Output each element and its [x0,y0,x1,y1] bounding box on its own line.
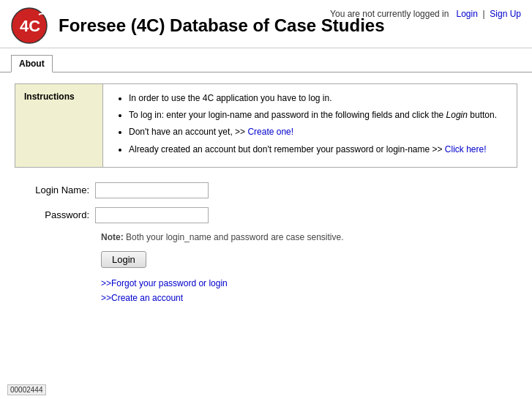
login-link[interactable]: Login [456,9,477,19]
login-name-row: Login Name: [29,182,517,198]
instruction-item-3: Don't have an account yet, >> Create one… [129,125,497,139]
nav-tabs: About [0,48,532,72]
password-row: Password: [29,207,517,223]
instruction-item-2: To log in: enter your login-name and pas… [129,108,497,122]
note-bold: Note: [101,232,124,242]
login-form: Login Name: Password: Note: Both your lo… [15,182,517,303]
svg-text:4C: 4C [20,17,40,35]
instructions-label: Instructions [15,84,103,167]
login-button[interactable]: Login [101,251,146,268]
form-links: >>Forgot your password or login >>Create… [101,278,517,303]
password-input[interactable] [95,207,209,223]
instructions-box: Instructions In order to use the 4C appl… [15,83,517,168]
page-header: 4C Foresee (4C) Database of Case Studies [0,0,532,48]
main-content: Instructions In order to use the 4C appl… [0,72,532,318]
forgot-link-instructions[interactable]: Click here! [445,144,487,154]
instruction-item-1: In order to use the 4C application you h… [129,92,497,105]
login-name-label: Login Name: [29,184,95,195]
create-account-link[interactable]: >>Create an account [101,293,517,303]
auth-status-text: You are not currently logged in [330,9,449,19]
login-name-input[interactable] [95,182,209,198]
password-label: Password: [29,209,95,220]
instructions-content: In order to use the 4C application you h… [103,84,508,167]
signup-link[interactable]: Sign Up [490,9,521,19]
note-body: Both your login_name and password are ca… [124,232,344,242]
forgot-password-link[interactable]: >>Forgot your password or login [101,278,517,288]
create-account-link-instructions[interactable]: Create one! [247,127,293,137]
tab-about[interactable]: About [11,55,53,72]
auth-bar: You are not currently logged in Login | … [330,9,521,19]
site-logo: 4C [11,7,48,44]
note-text: Note: Both your login_name and password … [101,232,517,242]
instruction-item-4: Already created an account but don't rem… [129,143,497,157]
